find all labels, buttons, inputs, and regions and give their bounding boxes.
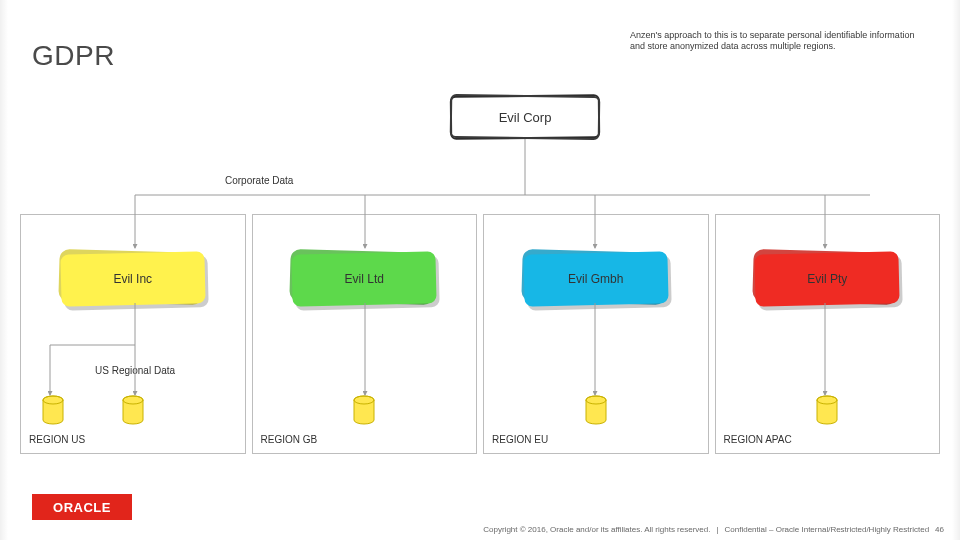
right-shadow — [952, 0, 960, 540]
description-text: Anzen's approach to this is to separate … — [630, 30, 930, 53]
region-gb: Evil Ltd REGION GB — [252, 214, 478, 454]
entity-label: Evil Gmbh — [568, 272, 623, 286]
footer-copyright: Copyright © 2016, Oracle and/or its affi… — [483, 525, 710, 534]
database-icon — [584, 395, 608, 425]
region-us: Evil Inc REGION US — [20, 214, 246, 454]
entity-evil-ltd: Evil Ltd — [294, 255, 434, 303]
entity-evil-gmbh: Evil Gmbh — [526, 255, 666, 303]
corporate-data-label: Corporate Data — [225, 175, 293, 186]
entity-label: Evil Inc — [113, 272, 152, 286]
region-eu: Evil Gmbh REGION EU — [483, 214, 709, 454]
region-row: Evil Inc REGION US Evil Ltd REGION GB Ev… — [20, 214, 940, 454]
region-label: REGION APAC — [724, 434, 792, 445]
evil-corp-node: Evil Corp — [450, 95, 600, 139]
database-icon — [41, 395, 65, 425]
footer: Copyright © 2016, Oracle and/or its affi… — [0, 525, 960, 534]
left-shadow — [0, 0, 8, 540]
entity-label: Evil Pty — [807, 272, 847, 286]
footer-confidential: Confidential – Oracle Internal/Restricte… — [725, 525, 930, 534]
database-icon — [815, 395, 839, 425]
database-icon — [352, 395, 376, 425]
region-label: REGION EU — [492, 434, 548, 445]
page-title: GDPR — [32, 40, 115, 72]
entity-label: Evil Ltd — [345, 272, 384, 286]
oracle-logo-text: ORACLE — [53, 500, 111, 515]
region-label: REGION GB — [261, 434, 318, 445]
page-number: 46 — [935, 525, 944, 534]
database-icon — [121, 395, 145, 425]
oracle-logo: ORACLE — [32, 494, 132, 520]
region-apac: Evil Pty REGION APAC — [715, 214, 941, 454]
entity-evil-pty: Evil Pty — [757, 255, 897, 303]
entity-evil-inc: Evil Inc — [63, 255, 203, 303]
region-label: REGION US — [29, 434, 85, 445]
